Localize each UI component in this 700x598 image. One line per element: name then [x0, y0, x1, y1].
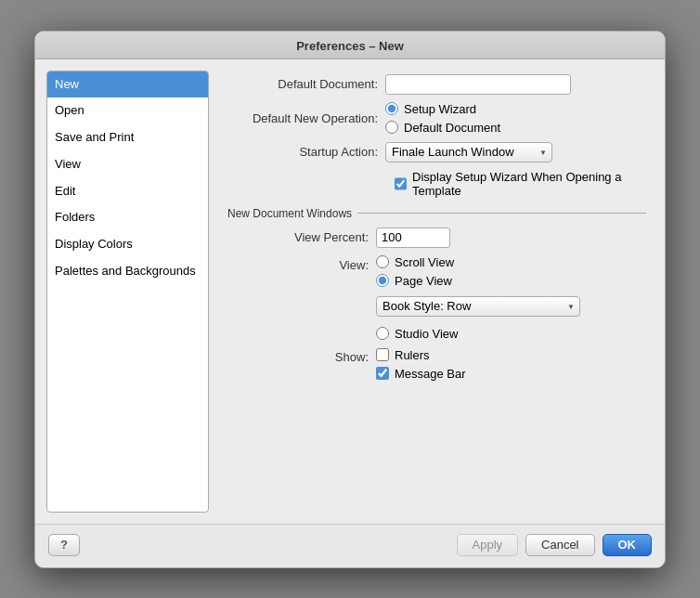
sidebar-item-save-and-print[interactable]: Save and Print	[47, 124, 208, 151]
scroll-view-label: Scroll View	[395, 255, 454, 269]
view-label: View:	[227, 255, 376, 272]
message-bar-checkbox[interactable]	[376, 367, 389, 380]
display-setup-wizard-checkbox[interactable]	[395, 177, 407, 190]
page-view-radio[interactable]	[376, 274, 389, 287]
default-new-operation-label: Default New Operation:	[227, 111, 385, 125]
rulers-label: Rulers	[395, 348, 430, 362]
default-new-operation-group: Setup Wizard Default Document	[385, 102, 500, 135]
titlebar: Preferences – New	[35, 32, 665, 59]
sidebar-item-edit[interactable]: Edit	[47, 178, 208, 205]
scroll-view-radio[interactable]	[376, 255, 389, 268]
default-document-radio-row: Default Document	[385, 121, 500, 135]
ok-button[interactable]: OK	[603, 534, 653, 556]
new-document-windows-section: New Document Windows	[227, 207, 646, 220]
show-group: Rulers Message Bar	[376, 348, 466, 381]
display-setup-wizard-row: Display Setup Wizard When Opening a Temp…	[227, 170, 646, 198]
studio-view-radio-row: Studio View	[376, 327, 580, 341]
sidebar-item-palettes-and-backgrounds[interactable]: Palettes and Backgrounds	[47, 258, 208, 285]
rulers-row: Rulers	[376, 348, 466, 362]
sidebar-item-display-colors[interactable]: Display Colors	[47, 231, 208, 258]
view-percent-input[interactable]	[376, 228, 450, 248]
scroll-view-radio-row: Scroll View	[376, 255, 580, 269]
rulers-checkbox[interactable]	[376, 348, 389, 361]
default-new-operation-row: Default New Operation: Setup Wizard Defa…	[227, 102, 646, 135]
preferences-dialog: Preferences – New New Open Save and Prin…	[34, 31, 666, 568]
startup-action-label: Startup Action:	[227, 145, 385, 159]
show-label: Show:	[227, 348, 376, 364]
default-document-input[interactable]	[385, 74, 571, 95]
section-divider	[357, 213, 646, 214]
display-setup-wizard-label: Display Setup Wizard When Opening a Temp…	[412, 170, 646, 198]
default-document-radio-label: Default Document	[404, 121, 500, 135]
message-bar-row: Message Bar	[376, 367, 466, 381]
show-row: Show: Rulers Message Bar	[227, 348, 646, 381]
startup-action-select-wrapper: Finale Launch Window New Document Open D…	[385, 142, 552, 162]
setup-wizard-radio-row: Setup Wizard	[385, 102, 500, 116]
sidebar-item-folders[interactable]: Folders	[47, 204, 208, 231]
dialog-body: New Open Save and Print View Edit Folder…	[35, 59, 665, 524]
help-button[interactable]: ?	[48, 534, 80, 556]
view-percent-row: View Percent:	[227, 228, 646, 248]
setup-wizard-label: Setup Wizard	[404, 102, 476, 116]
startup-action-row: Startup Action: Finale Launch Window New…	[227, 142, 646, 162]
default-document-label: Default Document:	[227, 77, 385, 91]
book-style-select[interactable]: Book Style: Row Book Style: Column Singl…	[376, 296, 580, 317]
new-document-windows-label: New Document Windows	[227, 207, 352, 220]
default-document-radio[interactable]	[385, 121, 398, 134]
studio-view-label: Studio View	[395, 327, 458, 341]
sidebar-item-view[interactable]: View	[47, 151, 208, 178]
studio-view-radio[interactable]	[376, 327, 389, 340]
setup-wizard-radio[interactable]	[385, 102, 398, 115]
book-style-select-wrapper-container: Book Style: Row Book Style: Column Singl…	[376, 296, 580, 317]
page-view-radio-row: Page View	[376, 274, 580, 288]
message-bar-label: Message Bar	[395, 367, 466, 381]
cancel-button[interactable]: Cancel	[525, 534, 594, 556]
dialog-footer: ? Apply Cancel OK	[35, 524, 665, 567]
view-percent-label: View Percent:	[227, 230, 376, 244]
view-group: Scroll View Page View Book Style: Row Bo…	[376, 255, 580, 341]
sidebar-item-open[interactable]: Open	[47, 98, 208, 124]
main-content: Default Document: Default New Operation:…	[220, 71, 654, 513]
apply-button[interactable]: Apply	[457, 534, 519, 556]
sidebar-item-new[interactable]: New	[47, 72, 208, 98]
startup-action-select[interactable]: Finale Launch Window New Document Open D…	[385, 142, 552, 162]
default-document-row: Default Document:	[227, 74, 646, 95]
dialog-title: Preferences – New	[296, 39, 404, 53]
book-style-select-wrapper: Book Style: Row Book Style: Column Singl…	[376, 296, 580, 317]
view-row: View: Scroll View Page View Book Style: …	[227, 255, 646, 341]
sidebar: New Open Save and Print View Edit Folder…	[46, 71, 209, 513]
page-view-label: Page View	[395, 274, 452, 288]
